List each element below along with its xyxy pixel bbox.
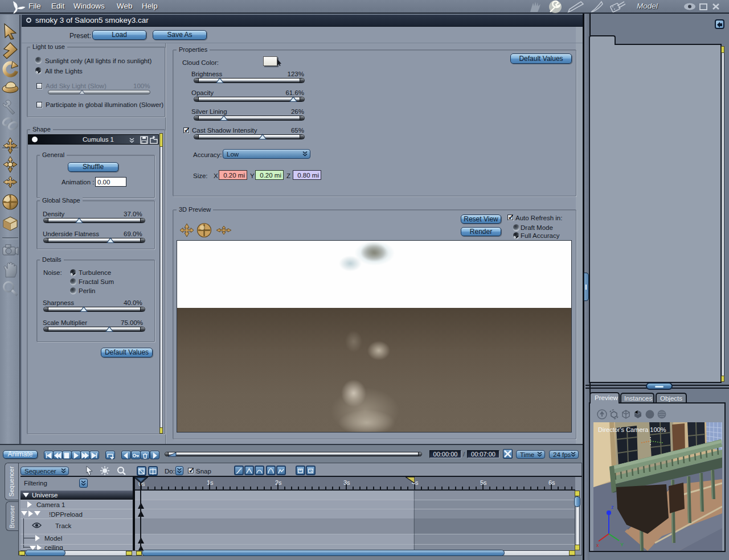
svg-text:x: x [596, 542, 599, 548]
svg-text:z: z [611, 504, 614, 510]
svg-text:Y: Y [620, 542, 624, 547]
svg-text:Director's Camera 100%: Director's Camera 100% [598, 426, 666, 433]
